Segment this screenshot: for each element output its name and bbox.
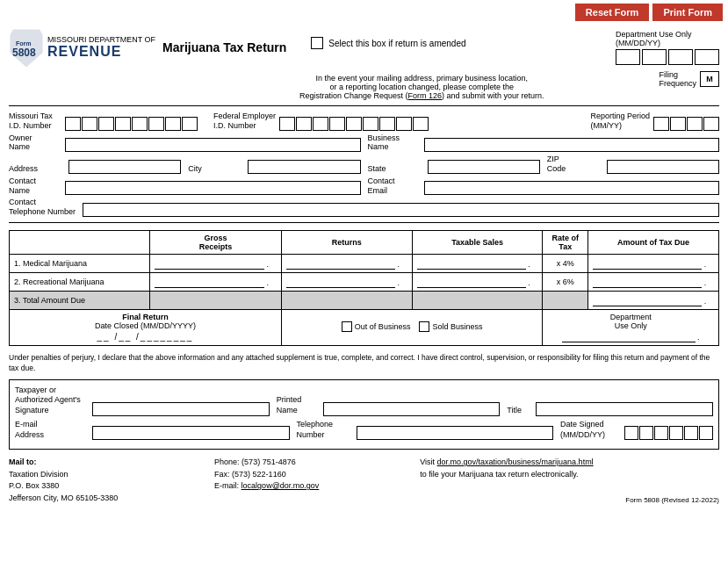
col-header-rate: Rate of Tax (543, 230, 588, 254)
recreational-gross-input[interactable] (155, 276, 264, 288)
mail-section: Mail to: Taxation Division P.O. Box 3380… (9, 457, 719, 504)
table-row-recreational: 2. Recreational Marijuana . . . x 6% . (10, 272, 719, 291)
form-title: Marijuana Tax Return (162, 40, 286, 54)
date-signed-boxes (624, 426, 713, 440)
contact-email-input[interactable] (424, 181, 720, 195)
rp-box-1[interactable] (653, 117, 669, 131)
fed-id-box-5[interactable] (346, 117, 362, 131)
contact-name-label: Contact Name (9, 177, 61, 196)
fed-id-box-3[interactable] (313, 117, 328, 131)
fed-id-box-1[interactable] (279, 117, 295, 131)
total-amount-cell: . (588, 291, 719, 309)
mo-id-box-8[interactable] (182, 117, 198, 131)
org-name: Taxation Division (9, 470, 68, 479)
recreational-returns-input[interactable] (286, 276, 395, 288)
print-button[interactable]: Print Form (652, 4, 723, 21)
state-input[interactable] (428, 160, 540, 174)
recreational-taxable-input[interactable] (417, 276, 526, 288)
amended-checkbox[interactable] (311, 37, 323, 49)
website-link[interactable]: dor.mo.gov/taxation/business/marijuana.h… (437, 458, 594, 466)
medical-amount-input[interactable] (593, 257, 702, 270)
taxpayer-sig-input[interactable] (92, 402, 270, 416)
mo-id-box-5[interactable] (132, 117, 148, 131)
col-header-gross: GrossReceipts (150, 230, 282, 254)
medical-gross-input[interactable] (155, 257, 264, 270)
dept-label: MISSOURI DEPARTMENT OF (47, 35, 155, 45)
zip-input[interactable] (607, 160, 719, 174)
filing-freq: FilingFrequency M (659, 70, 719, 88)
mo-id-box-2[interactable] (82, 117, 97, 131)
federal-id-label: Federal EmployerI.D. Number (213, 112, 276, 131)
mo-id-box-4[interactable] (115, 117, 131, 131)
business-name-input[interactable] (424, 138, 720, 152)
dept-use-area: Department Use Only (MM/DD/YY) (616, 30, 719, 65)
date-box-5[interactable] (684, 426, 698, 440)
contact-name-input[interactable] (65, 181, 361, 195)
mo-id-box-6[interactable] (148, 117, 164, 131)
date-box-6[interactable] (699, 426, 713, 440)
medical-amount-cell: . (588, 254, 719, 272)
divider-1 (9, 105, 719, 106)
total-amount-input[interactable] (593, 294, 702, 306)
mo-id-box-1[interactable] (65, 117, 81, 131)
owner-name-input[interactable] (65, 138, 361, 152)
medical-returns-input[interactable] (286, 257, 395, 270)
contact-tel-label: Contact Telephone Number (9, 198, 76, 217)
email-label: E-mail Address (15, 420, 85, 440)
col-header-taxable: Taxable Sales (412, 230, 543, 254)
medical-rate-cell: x 4% (543, 254, 588, 272)
date-box-4[interactable] (669, 426, 683, 440)
reset-button[interactable]: Reset Form (575, 4, 650, 21)
telephone-input[interactable] (357, 426, 554, 440)
mo-id-box-7[interactable] (165, 117, 181, 131)
fed-id-box-7[interactable] (379, 117, 395, 131)
address-notice: In the event your mailing address, prima… (191, 74, 652, 100)
form-126-link[interactable]: Form 126 (407, 91, 442, 100)
city-input[interactable] (248, 160, 360, 174)
medical-taxable-input[interactable] (417, 257, 526, 270)
printed-name-label: Printed Name (277, 395, 316, 415)
printed-name-input[interactable] (323, 402, 501, 416)
fed-id-box-6[interactable] (363, 117, 378, 131)
mo-tax-id-boxes (65, 117, 198, 131)
rp-box-2[interactable] (670, 117, 686, 131)
rp-box-4[interactable] (703, 117, 719, 131)
mo-id-box-3[interactable] (98, 117, 114, 131)
email-input[interactable] (92, 426, 290, 440)
fed-id-box-2[interactable] (296, 117, 312, 131)
fed-id-box-4[interactable] (329, 117, 345, 131)
recreational-amount-input[interactable] (593, 276, 702, 288)
address-input[interactable] (68, 160, 181, 174)
city-state: Jefferson City, MO 65105-3380 (9, 494, 118, 502)
table-row-medical: 1. Medical Marijuana . . . x 4% . (10, 254, 719, 272)
out-of-business-checkbox[interactable] (342, 321, 352, 332)
sold-business-checkbox[interactable] (419, 321, 429, 332)
rp-box-3[interactable] (687, 117, 703, 131)
telephone-label: Telephone Number (297, 420, 350, 440)
col-header-amount: Amount of Tax Due (588, 230, 719, 254)
final-dept-use-input[interactable] (562, 330, 696, 342)
title-input[interactable] (536, 402, 713, 416)
email-link[interactable]: localgow@dor.mo.gov (241, 481, 320, 490)
divider-2 (9, 222, 719, 223)
out-of-business-label: Out of Business (355, 322, 411, 331)
fed-id-box-8[interactable] (396, 117, 412, 131)
po-box: P.O. Box 3380 (9, 481, 59, 490)
signature-section: Taxpayer or Authorized Agent's Signature… (9, 379, 719, 450)
fed-id-box-9[interactable] (413, 117, 429, 131)
telephone-row: Contact Telephone Number (9, 198, 719, 217)
phone-info-col: Phone: (573) 751-4876 Fax: (573) 522-116… (214, 457, 411, 493)
total-returns-cell (281, 291, 412, 309)
dept-use-boxes (616, 49, 719, 65)
date-box-1[interactable] (624, 426, 638, 440)
col-header-label (10, 230, 150, 254)
reporting-period-label: Reporting Period(MM/YY) (590, 112, 650, 131)
medical-gross-cell: . (150, 254, 282, 272)
contact-tel-input[interactable] (83, 203, 719, 217)
date-box-3[interactable] (654, 426, 668, 440)
recreational-returns-cell: . (281, 272, 412, 291)
date-box-2[interactable] (639, 426, 653, 440)
medical-taxable-cell: . (412, 254, 543, 272)
dept-use-label: Department Use Only (616, 30, 719, 39)
final-dept-use-label: DepartmentUse Only (547, 313, 714, 330)
